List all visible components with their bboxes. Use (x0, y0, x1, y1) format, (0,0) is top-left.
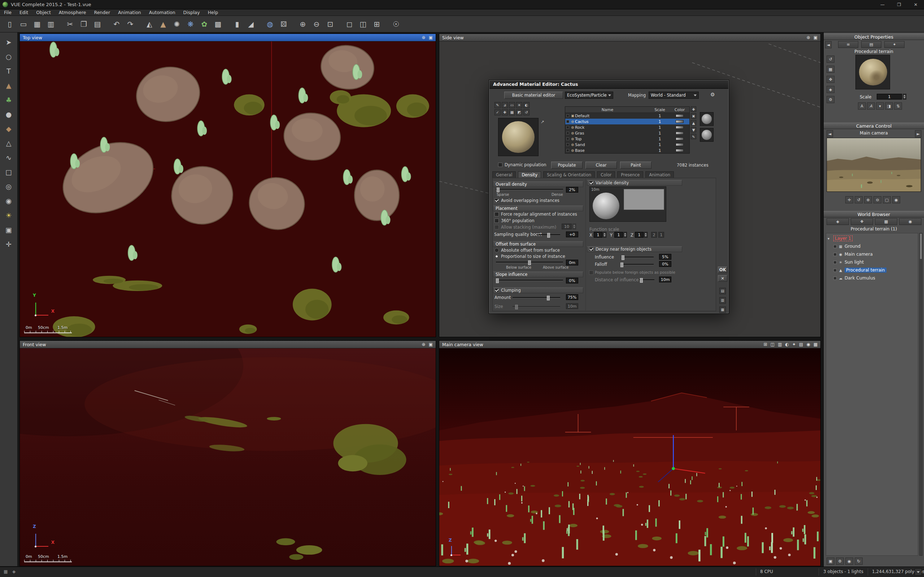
dynamic-population-checkbox[interactable] (498, 163, 502, 167)
influence-slider[interactable] (621, 257, 654, 258)
amount-value[interactable]: 75% (566, 294, 578, 300)
tree-scrollbar[interactable] (919, 233, 922, 556)
size-slider[interactable] (512, 306, 560, 307)
collapse-panel-icon[interactable]: ◄ (825, 41, 832, 48)
camera-control-header[interactable]: Camera Control (824, 122, 924, 129)
cube-tool-icon[interactable]: □ (3, 166, 15, 178)
camera-preview[interactable] (827, 138, 921, 192)
fy-spinner[interactable] (624, 232, 627, 238)
viewport-front-canvas[interactable]: Z X 0m 50cm 1.5m (20, 348, 436, 566)
tab-density[interactable]: Density (518, 171, 541, 178)
op-tool-swap-icon[interactable]: ⇅ (894, 102, 902, 110)
falloff-slider[interactable] (621, 264, 654, 265)
wb-bottom-icon-2[interactable]: ⚙ (836, 558, 844, 565)
redo-icon[interactable]: ↷ (124, 18, 137, 31)
camera-view-icon-3[interactable]: ▥ (778, 342, 782, 347)
planet-tool-icon[interactable]: ◍ (263, 18, 276, 31)
close-button[interactable]: ✕ (908, 0, 924, 10)
table-row[interactable]: ◍Gras1 (565, 130, 690, 136)
row-checkbox[interactable] (566, 149, 569, 152)
dual-display-icon[interactable]: ◫ (357, 18, 370, 31)
fx-spinner[interactable] (603, 232, 606, 238)
col-name[interactable]: Name (565, 108, 650, 112)
menu-object[interactable]: Object (32, 10, 55, 15)
basic-material-editor-button[interactable]: Basic material editor (504, 92, 563, 99)
table-row[interactable]: ▣Default1 (565, 113, 690, 119)
tab-color[interactable]: Color (597, 171, 615, 178)
object-properties-header[interactable]: Object Properties (824, 34, 924, 40)
cam-target-icon[interactable]: ◉ (892, 196, 900, 203)
row-color[interactable] (670, 114, 690, 117)
tree-item-procedural-terrain[interactable]: ▲ Procedural terrain (834, 266, 887, 274)
zoom-out-icon[interactable]: ⊖ (310, 18, 323, 31)
camera-view-icon-2[interactable]: ◫ (771, 342, 775, 347)
menu-atmosphere[interactable]: Atmosphere (55, 10, 90, 15)
menu-render[interactable]: Render (90, 10, 115, 15)
paint-button[interactable]: Paint (620, 161, 651, 169)
function-graph-icon[interactable]: ▩ (212, 18, 225, 31)
op-tab-numerics[interactable]: ▤ (861, 41, 881, 48)
clear-button[interactable]: Clear (585, 161, 617, 169)
status-icon-2[interactable]: ◈ (12, 569, 16, 574)
row-color[interactable] (670, 132, 690, 134)
visibility-checkbox[interactable] (834, 261, 837, 264)
world-browser-header[interactable]: World Browser (824, 211, 924, 218)
viewport-render-icon[interactable]: ▣ (429, 35, 433, 40)
expander-icon[interactable]: ▾ (828, 237, 832, 240)
scrollbar-thumb[interactable] (920, 234, 922, 259)
viewport-camera-canvas[interactable]: Z (439, 348, 821, 566)
influence-value[interactable]: 5% (659, 254, 671, 259)
mapping-dropdown[interactable]: World - Standard (649, 92, 699, 99)
status-icon-1[interactable]: ▦ (3, 569, 8, 574)
remove-material-icon[interactable]: ✖ (691, 113, 696, 119)
menu-animation[interactable]: Animation (114, 10, 145, 15)
op-tool-half-icon[interactable]: ◨ (885, 102, 893, 110)
tab-general[interactable]: General (492, 171, 516, 178)
fz-value[interactable]: 1 (635, 232, 643, 238)
op-tab-effects[interactable]: ✦ (884, 41, 905, 48)
cone-tool-icon[interactable]: △ (3, 137, 15, 149)
absolute-offset-radio[interactable] (494, 248, 499, 253)
wb-tab-links[interactable]: ▩ (875, 218, 897, 225)
wb-bottom-icon-1[interactable]: ▣ (827, 558, 835, 565)
col-color[interactable]: Color (670, 108, 690, 112)
row-checkbox[interactable] (566, 120, 569, 123)
maximize-button[interactable]: ❐ (891, 0, 908, 10)
density-map-preview[interactable] (624, 189, 664, 210)
viewport-zoom-icon[interactable]: ⊕ (807, 35, 810, 40)
browse-material-icon[interactable]: ▦ (719, 306, 726, 313)
plant-tool-icon[interactable]: ♣ (3, 94, 15, 106)
slope-slider[interactable] (496, 280, 563, 281)
allow-stacking-checkbox[interactable] (494, 225, 499, 229)
material-type-dropdown[interactable]: EcoSystem/Particles (565, 92, 613, 99)
cam-reset-icon[interactable]: ↺ (855, 196, 863, 203)
camera-tool-icon[interactable]: ✛ (3, 238, 15, 250)
ecosystem-tool-icon[interactable]: ✿ (198, 18, 211, 31)
op-reset-icon[interactable]: ↺ (827, 56, 835, 63)
op-grid-icon[interactable]: ▦ (827, 66, 835, 73)
camera-view-icon-6[interactable]: ▤ (799, 342, 803, 347)
corner-preview-icon[interactable]: ◩ (516, 109, 522, 115)
terrain-tool-icon[interactable]: ▲ (3, 79, 15, 92)
tab-animation[interactable]: Animation (645, 171, 674, 178)
save-file-icon[interactable]: ▦ (31, 18, 44, 31)
menu-file[interactable]: File (0, 10, 16, 15)
load-material-icon[interactable]: ▤ (719, 288, 726, 294)
camera-view-icon-5[interactable]: ✦ (792, 342, 796, 347)
add-material-icon[interactable]: ✚ (691, 106, 696, 112)
menu-display[interactable]: Display (179, 10, 204, 15)
viewport-top-titlebar[interactable]: Top view ⊕▣ (20, 34, 436, 42)
force-alignment-checkbox[interactable] (494, 212, 499, 216)
stacking-spinner[interactable] (572, 224, 576, 229)
rock-tool-icon[interactable]: ◆ (3, 122, 15, 135)
wb-bottom-icon-4[interactable]: ↻ (855, 558, 863, 565)
camera-view-icon-8[interactable]: ▦ (814, 342, 817, 347)
material-thumb[interactable] (700, 128, 714, 142)
ramp-tool-icon[interactable]: ◢ (244, 18, 257, 31)
row-checkbox[interactable] (566, 143, 569, 146)
offset-value[interactable]: 0m (566, 259, 578, 266)
op-settings-icon[interactable]: ⚙ (827, 96, 835, 103)
material-preview[interactable] (498, 118, 538, 156)
op-material-icon[interactable]: ◈ (827, 86, 835, 93)
expand-preview-icon[interactable]: ↗ (541, 119, 544, 124)
